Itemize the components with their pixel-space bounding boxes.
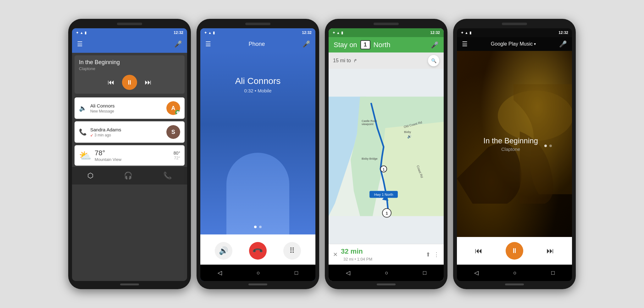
dropdown-arrow-icon[interactable]: ▾ [534, 42, 536, 46]
phone3-speaker [374, 23, 399, 25]
music-pause-button[interactable]: ⏸ [506, 242, 523, 260]
ali-avatar: A 💬 [166, 101, 180, 115]
phone2-mic-icon[interactable]: 🎤 [303, 40, 310, 48]
route-info-bar: ✕ 32 min 32 mi • 1:04 PM ⬆ ⋮ [329, 244, 444, 265]
speaker-action-btn[interactable]: 🔊 [215, 242, 232, 260]
weather-icon: ⛅ [79, 150, 92, 162]
weather-card[interactable]: ⛅ 78° Mountain View 80° 72° [75, 145, 185, 166]
menu-icon[interactable]: ☰ [77, 40, 83, 48]
phone4-screen: ✦ ▲ ▮ 12:32 ☰ Google Play Music ▾ 🎤 [457, 28, 572, 281]
notif-sandra-sub: ↙ 3 min ago [90, 133, 163, 137]
sandra-adams-notification[interactable]: 📞 Sandra Adams ↙ 3 min ago S [75, 121, 185, 143]
speaker-circle: 🔊 [215, 242, 232, 260]
next-button[interactable]: ⏭ [145, 78, 152, 86]
nav-phone-icon[interactable]: 📞 [163, 172, 172, 180]
phone3-home-bar [377, 283, 396, 285]
weather-right: 80° 72° [174, 151, 180, 160]
notif-ali-title: Ali Connors [90, 103, 163, 108]
music-recents-btn[interactable]: □ [551, 270, 555, 276]
route-actions: ⬆ ⋮ [426, 251, 439, 258]
track-artist: Claptone [483, 146, 538, 152]
search-icon: 🔍 [431, 58, 436, 63]
sandra-avatar: S [166, 125, 180, 139]
p2-battery-icon: ▮ [213, 31, 215, 35]
end-call-btn[interactable]: 📞 [249, 242, 267, 260]
route-more-icon[interactable]: ⋮ [434, 251, 439, 258]
music-header: ☰ Google Play Music ▾ 🎤 [457, 37, 572, 51]
p2-signal-icon: ▲ [208, 31, 212, 35]
back-btn[interactable]: ◁ [218, 269, 222, 276]
music-controls: ⏮ ⏸ ⏭ [457, 237, 572, 265]
svg-text:🔊: 🔊 [407, 134, 412, 139]
message-badge-icon: 💬 [176, 111, 180, 114]
maps-mic-icon[interactable]: 🎤 [431, 41, 439, 49]
phone3-time: 12:32 [430, 30, 440, 35]
route-duration: 32 min [341, 247, 363, 255]
search-fab[interactable]: 🔍 [428, 55, 439, 66]
phone4-home-bar [505, 283, 524, 285]
pause-icon: ⏸ [126, 79, 133, 86]
track-title: In the Beginning [483, 136, 538, 145]
call-contact-area: Ali Connors 0:32 • Mobile [200, 51, 315, 234]
nav-headphones-icon[interactable]: 🎧 [124, 172, 132, 180]
phone2-menu-icon[interactable]: ☰ [205, 40, 211, 48]
route-time-info: 32 min 32 mi • 1:04 PM [341, 247, 372, 261]
music-home-btn[interactable]: ○ [513, 270, 517, 276]
route-distance: 32 mi [343, 257, 353, 261]
phone3-screen: ✦ ▲ ▮ 12:32 Stay on 1 North 🎤 15 mi to ↱… [329, 28, 444, 281]
music-mic-icon[interactable]: 🎤 [559, 40, 567, 48]
bluetooth-icon: ✦ [76, 31, 79, 35]
weather-city: Mountain View [95, 157, 121, 162]
maps-header: Stay on 1 North 🎤 [329, 37, 444, 52]
recents-btn[interactable]: □ [295, 270, 298, 276]
distance-bar: 15 mi to ↱ 🔍 [329, 52, 444, 69]
notif-sandra-title: Sandra Adams [90, 127, 163, 132]
ali-connors-notification[interactable]: 🔈 Ali Connors New Message A 💬 [75, 97, 185, 119]
now-playing-card[interactable]: In the Beginning Claptone ⏮ ⏸ ⏭ [75, 55, 185, 94]
sandra-avatar-circle: S [166, 125, 180, 139]
call-dots [254, 226, 262, 228]
maps-home-btn[interactable]: ○ [385, 270, 388, 276]
maps-back-btn[interactable]: ◁ [346, 269, 350, 276]
phone3-status-icons: ✦ ▲ ▮ [332, 31, 343, 35]
music-back-btn[interactable]: ◁ [474, 269, 479, 276]
close-route-btn[interactable]: ✕ [333, 251, 338, 258]
music-menu-icon[interactable]: ☰ [462, 40, 468, 48]
phone2-status-bar: ✦ ▲ ▮ 12:32 [200, 28, 315, 37]
nav-directions-icon[interactable]: ⬡ [87, 172, 93, 180]
pause-button[interactable]: ⏸ [122, 75, 137, 90]
route-share-icon[interactable]: ⬆ [426, 251, 430, 258]
road-number-badge: 1 [360, 40, 370, 49]
map-svg: 1 Hwy 1 North Old Coast Rd Coast Rd Cast… [329, 69, 444, 244]
phone2-screen: ✦ ▲ ▮ 12:32 ☰ Phone 🎤 Ali Connors 0:32 •… [200, 28, 315, 281]
svg-text:Bixby: Bixby [404, 130, 411, 134]
phone3-android-nav: ◁ ○ □ [329, 265, 444, 281]
sandra-notif-content: Sandra Adams ↙ 3 min ago [90, 127, 163, 137]
phone2-android-nav: ◁ ○ □ [200, 265, 315, 281]
speaker-action-icon: 🔊 [219, 246, 228, 255]
keypad-circle: ⠿ [283, 242, 301, 260]
route-eta-time: 1:04 PM [357, 257, 372, 261]
call-dot-1 [254, 226, 257, 228]
mic-icon[interactable]: 🎤 [174, 40, 182, 48]
phone4: ✦ ▲ ▮ 12:32 ☰ Google Play Music ▾ 🎤 [453, 19, 576, 289]
turn-icon: ↱ [353, 58, 357, 63]
svg-text:Bixby Bridge: Bixby Bridge [362, 157, 378, 160]
call-dot-2 [259, 226, 262, 228]
music-dots [544, 145, 552, 147]
music-prev-button[interactable]: ⏮ [475, 246, 482, 255]
caller-info: Ali Connors 0:32 • Mobile [235, 57, 281, 93]
phone1-header: ☰ 🎤 [72, 37, 187, 53]
signal-icon: ▲ [80, 31, 83, 35]
music-next-button[interactable]: ⏭ [547, 246, 554, 255]
phone2-label: Phone [248, 41, 265, 47]
p3-battery-icon: ▮ [341, 31, 343, 35]
caller-name: Ali Connors [235, 76, 281, 86]
phone1-time: 12:32 [174, 30, 183, 35]
p4-bluetooth-icon: ✦ [461, 31, 464, 35]
keypad-action-btn[interactable]: ⠿ [283, 242, 301, 260]
maps-recents-btn[interactable]: □ [423, 270, 426, 276]
app-title: Google Play Music [491, 41, 533, 47]
home-btn[interactable]: ○ [257, 270, 260, 276]
prev-button[interactable]: ⏮ [108, 78, 114, 86]
